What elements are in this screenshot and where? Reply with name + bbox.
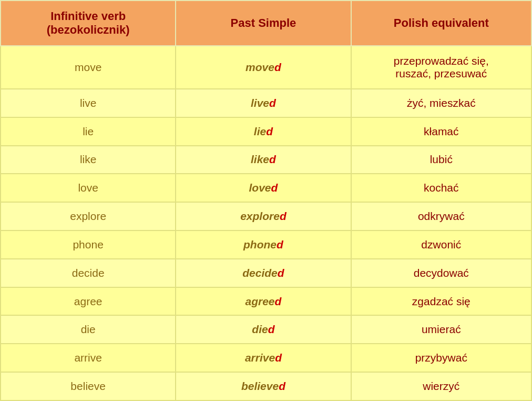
past-simple-cell: agreed bbox=[176, 287, 351, 316]
col1-header: Infinitive verb(bezokolicznik) bbox=[1, 1, 176, 46]
polish-cell: kochać bbox=[351, 174, 531, 202]
polish-cell: lubić bbox=[351, 146, 531, 174]
polish-cell: żyć, mieszkać bbox=[351, 89, 531, 117]
verb-table: Infinitive verb(bezokolicznik) Past Simp… bbox=[0, 0, 532, 401]
col3-header: Polish equivalent bbox=[351, 1, 531, 46]
infinitive-cell: believe bbox=[1, 372, 176, 400]
polish-cell: przeprowadzać się,ruszać, przesuwać bbox=[351, 46, 531, 89]
polish-cell: decydować bbox=[351, 259, 531, 287]
past-simple-cell: decided bbox=[176, 259, 351, 287]
past-simple-cell: lied bbox=[176, 117, 351, 146]
col2-header: Past Simple bbox=[176, 1, 351, 46]
infinitive-cell: lie bbox=[1, 117, 176, 146]
polish-cell: zgadzać się bbox=[351, 287, 531, 316]
verb-stem: die bbox=[252, 323, 268, 335]
verb-ending: d bbox=[274, 61, 281, 73]
verb-stem: like bbox=[251, 153, 269, 165]
table-row: arrivearrivedprzybywać bbox=[1, 344, 531, 372]
table-row: likelikedlubić bbox=[1, 146, 531, 174]
past-simple-cell: explored bbox=[176, 202, 351, 230]
infinitive-cell: move bbox=[1, 46, 176, 89]
verb-stem: arrive bbox=[245, 352, 275, 364]
infinitive-cell: like bbox=[1, 146, 176, 174]
verb-ending: d bbox=[277, 238, 283, 250]
verb-stem: move bbox=[245, 61, 274, 73]
table-row: exploreexploredodkrywać bbox=[1, 202, 531, 230]
verb-stem: agree bbox=[245, 295, 275, 307]
past-simple-cell: moved bbox=[176, 46, 351, 89]
verb-ending: d bbox=[268, 323, 275, 335]
main-container: Infinitive verb(bezokolicznik) Past Simp… bbox=[0, 0, 532, 401]
header-row: Infinitive verb(bezokolicznik) Past Simp… bbox=[1, 1, 531, 46]
verb-stem: lie bbox=[254, 125, 266, 137]
verb-ending: d bbox=[275, 295, 282, 307]
verb-ending: d bbox=[269, 153, 276, 165]
polish-cell: dzwonić bbox=[351, 230, 531, 259]
table-row: livelivedżyć, mieszkać bbox=[1, 89, 531, 117]
table-row: diediedumierać bbox=[1, 315, 531, 344]
table-row: decidedecideddecydować bbox=[1, 259, 531, 287]
verb-ending: d bbox=[279, 380, 285, 392]
verb-stem: love bbox=[249, 182, 271, 194]
table-row: phonephoneddzwonić bbox=[1, 230, 531, 259]
verb-stem: live bbox=[251, 97, 269, 109]
infinitive-cell: live bbox=[1, 89, 176, 117]
infinitive-cell: phone bbox=[1, 230, 176, 259]
verb-ending: d bbox=[280, 210, 287, 222]
table-row: lovelovedkochać bbox=[1, 174, 531, 202]
past-simple-cell: believed bbox=[176, 372, 351, 400]
past-simple-cell: phoned bbox=[176, 230, 351, 259]
infinitive-cell: explore bbox=[1, 202, 176, 230]
past-simple-cell: liked bbox=[176, 146, 351, 174]
infinitive-cell: die bbox=[1, 315, 176, 344]
infinitive-cell: arrive bbox=[1, 344, 176, 372]
verb-ending: d bbox=[275, 352, 282, 364]
table-row: agreeagreedzgadzać się bbox=[1, 287, 531, 316]
past-simple-cell: arrived bbox=[176, 344, 351, 372]
verb-ending: d bbox=[278, 267, 284, 279]
polish-cell: umierać bbox=[351, 315, 531, 344]
polish-cell: wierzyć bbox=[351, 372, 531, 400]
verb-ending: d bbox=[271, 182, 278, 194]
table-row: believebelievedwierzyć bbox=[1, 372, 531, 400]
polish-cell: odkrywać bbox=[351, 202, 531, 230]
past-simple-cell: loved bbox=[176, 174, 351, 202]
infinitive-cell: agree bbox=[1, 287, 176, 316]
infinitive-cell: love bbox=[1, 174, 176, 202]
verb-stem: decide bbox=[242, 267, 278, 279]
verb-stem: believe bbox=[241, 380, 279, 392]
verb-ending: d bbox=[266, 125, 273, 137]
verb-stem: phone bbox=[243, 238, 277, 250]
table-row: movemovedprzeprowadzać się,ruszać, przes… bbox=[1, 46, 531, 89]
infinitive-cell: decide bbox=[1, 259, 176, 287]
polish-cell: przybywać bbox=[351, 344, 531, 372]
past-simple-cell: lived bbox=[176, 89, 351, 117]
past-simple-cell: died bbox=[176, 315, 351, 344]
verb-stem: explore bbox=[240, 210, 280, 222]
verb-ending: d bbox=[269, 97, 276, 109]
polish-cell: kłamać bbox=[351, 117, 531, 146]
table-row: lieliedkłamać bbox=[1, 117, 531, 146]
